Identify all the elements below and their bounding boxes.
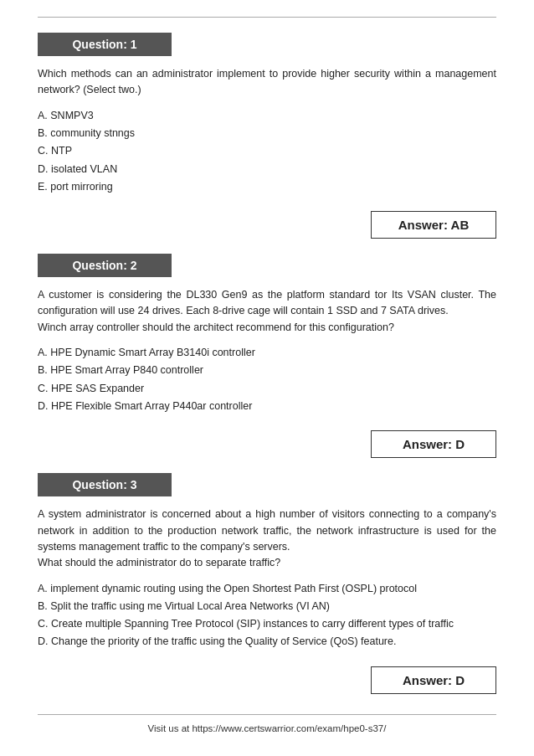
- option-item: D. Change the priority of the traffic us…: [38, 633, 496, 651]
- question-text-1: Which methods can an administrator imple…: [38, 66, 496, 99]
- answer-row-2: Answer: D: [38, 430, 496, 458]
- option-item: E. port mirroring: [38, 178, 496, 196]
- option-item: B. community stnngs: [38, 125, 496, 142]
- option-item: D. HPE Flexible Smart Array P440ar contr…: [38, 398, 496, 415]
- question-block-2: Question: 2A customer is considering the…: [38, 254, 496, 415]
- option-item: C. HPE SAS Expander: [38, 380, 496, 398]
- option-item: D. isolated VLAN: [38, 161, 496, 178]
- answer-row-3: Answer: D: [38, 666, 496, 694]
- answer-box-2: Answer: D: [371, 430, 496, 458]
- option-item: B. HPE Smart Array P840 controller: [38, 362, 496, 379]
- option-item: A. HPE Dynamic Smart Array B3140i contro…: [38, 344, 496, 362]
- option-item: C. NTP: [38, 142, 496, 160]
- question-options-1: A. SNMPV3B. community stnngsC. NTPD. iso…: [38, 107, 496, 196]
- question-block-3: Question: 3A system administrator is con…: [38, 473, 496, 651]
- question-text-3: A system administrator is concerned abou…: [38, 507, 496, 572]
- question-block-1: Question: 1Which methods can an administ…: [38, 33, 496, 196]
- option-item: A. implement dynamic routing using the O…: [38, 580, 496, 598]
- option-item: C. Create multiple Spanning Tree Protoco…: [38, 615, 496, 633]
- question-header-2: Question: 2: [38, 254, 172, 277]
- footer-text: Visit us at https://www.certswarrior.com…: [38, 714, 496, 733]
- question-text-2: A customer is considering the DL330 Gen9…: [38, 287, 496, 336]
- question-options-2: A. HPE Dynamic Smart Array B3140i contro…: [38, 344, 496, 415]
- question-header-1: Question: 1: [38, 33, 172, 56]
- question-options-3: A. implement dynamic routing using the O…: [38, 580, 496, 651]
- top-border: [38, 17, 496, 18]
- answer-box-3: Answer: D: [371, 666, 496, 694]
- answer-row-1: Answer: AB: [38, 211, 496, 239]
- question-header-3: Question: 3: [38, 473, 172, 496]
- answer-box-1: Answer: AB: [371, 211, 496, 239]
- option-item: B. Split the traffic using me Virtual Lo…: [38, 598, 496, 615]
- option-item: A. SNMPV3: [38, 107, 496, 125]
